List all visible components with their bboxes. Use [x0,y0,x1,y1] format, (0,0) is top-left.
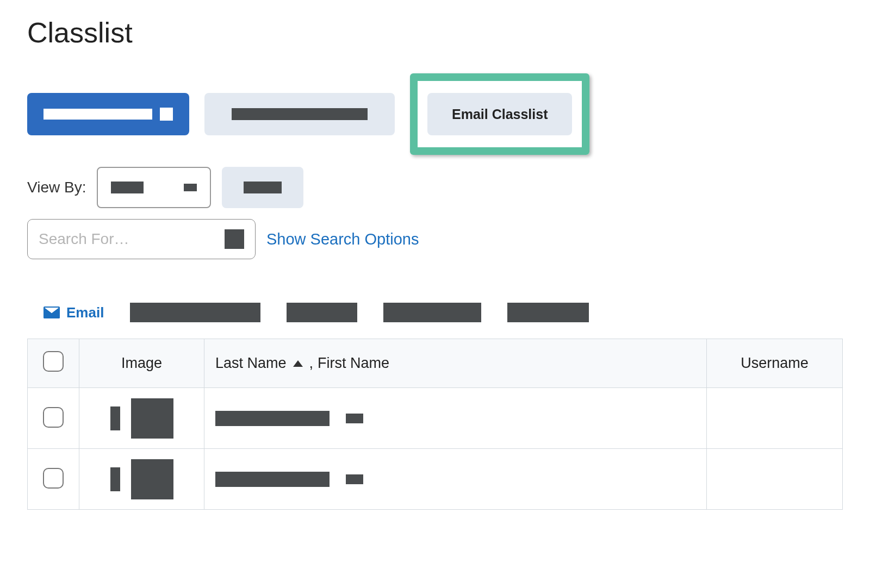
page-title: Classlist [27,16,843,49]
viewby-row: View By: [27,167,843,208]
email-classlist-button[interactable]: Email Classlist [427,93,572,135]
show-search-options-link[interactable]: Show Search Options [266,230,419,248]
classlist-table: Image Last Name , First Name Username [27,339,843,510]
primary-action-button[interactable] [27,93,189,135]
table-row [28,388,843,449]
username-header[interactable]: Username [707,339,843,388]
search-icon[interactable] [225,229,244,249]
viewby-label: View By: [27,179,86,196]
redacted-text [215,411,330,426]
image-cell [90,459,193,499]
row-checkbox[interactable] [43,468,64,489]
redacted-image [110,467,120,491]
image-header: Image [79,339,204,388]
first-name-label: First Name [318,355,389,372]
redacted-text [111,182,144,193]
sort-ascending-icon [293,360,303,367]
email-icon [44,306,60,318]
redacted-text [244,182,282,193]
email-action-link[interactable]: Email [44,304,104,321]
select-all-checkbox[interactable] [43,351,64,372]
toolbar: Email Classlist [27,73,843,155]
redacted-action[interactable] [507,303,589,322]
avatar [131,398,173,439]
name-header[interactable]: Last Name , First Name [204,339,707,388]
select-all-header [28,339,79,388]
redacted-text [346,414,363,423]
apply-button[interactable] [222,167,303,208]
secondary-action-button[interactable] [204,93,395,135]
name-separator: , [309,355,314,372]
avatar [131,459,173,499]
search-input[interactable] [39,230,202,248]
name-cell[interactable] [215,472,695,487]
redacted-action[interactable] [130,303,260,322]
redacted-text [44,109,152,120]
redacted-text [232,108,368,120]
table-header-row: Image Last Name , First Name Username [28,339,843,388]
table-row [28,449,843,510]
search-box[interactable] [27,219,256,259]
redacted-action[interactable] [287,303,357,322]
name-cell[interactable] [215,411,695,426]
actions-row: Email [27,303,843,322]
image-cell [90,398,193,439]
redacted-text [346,474,363,484]
search-row: Show Search Options [27,219,843,259]
highlight-box: Email Classlist [410,73,589,155]
redacted-text [215,472,330,487]
row-checkbox[interactable] [43,407,64,428]
viewby-select[interactable] [97,167,211,208]
chevron-down-icon [184,184,197,191]
email-action-label: Email [66,304,104,321]
redacted-image [110,406,120,430]
dropdown-icon [160,108,173,121]
last-name-label: Last Name [215,355,287,372]
redacted-action[interactable] [383,303,481,322]
